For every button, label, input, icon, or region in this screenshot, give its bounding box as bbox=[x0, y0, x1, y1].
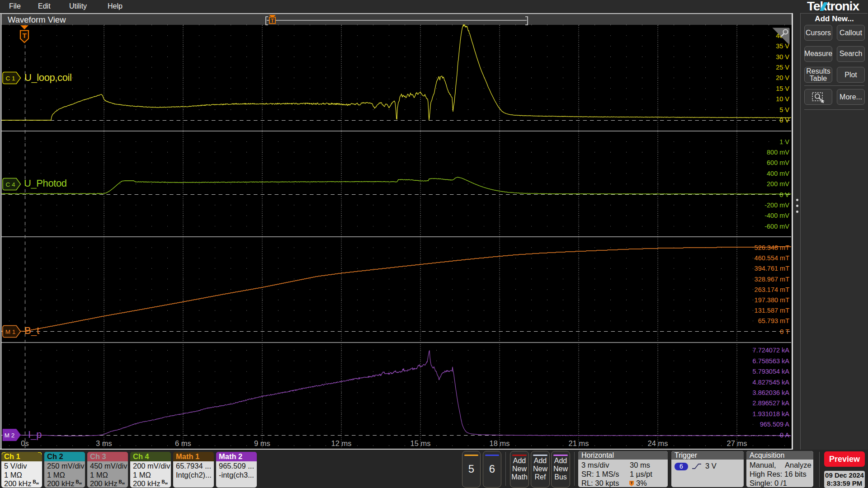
svg-text:T: T bbox=[271, 18, 274, 24]
svg-text:10 V: 10 V bbox=[776, 95, 789, 103]
svg-text:U_loop,coil: U_loop,coil bbox=[24, 72, 71, 83]
svg-text:0 T: 0 T bbox=[780, 328, 789, 335]
svg-text:T: T bbox=[22, 32, 26, 39]
svg-text:965.509 A: 965.509 A bbox=[760, 421, 790, 428]
svg-text:20 V: 20 V bbox=[776, 74, 789, 81]
svg-text:C 1: C 1 bbox=[5, 75, 15, 82]
svg-text:18 ms: 18 ms bbox=[490, 439, 510, 447]
svg-text:3 ms: 3 ms bbox=[96, 439, 112, 447]
svg-text:3.862036 kA: 3.862036 kA bbox=[753, 389, 790, 396]
svg-text:2.896527 kA: 2.896527 kA bbox=[753, 399, 790, 407]
svg-text:65.793 mT: 65.793 mT bbox=[758, 317, 789, 324]
svg-text:200 mV: 200 mV bbox=[767, 180, 789, 188]
svg-text:1.931018 kA: 1.931018 kA bbox=[753, 410, 790, 418]
svg-text:460.554 mT: 460.554 mT bbox=[755, 254, 790, 262]
svg-text:-400 mV: -400 mV bbox=[764, 212, 789, 219]
svg-text:27 ms: 27 ms bbox=[727, 439, 747, 447]
svg-text:21 ms: 21 ms bbox=[569, 439, 589, 447]
svg-text:C 4: C 4 bbox=[5, 181, 15, 188]
svg-text:9 ms: 9 ms bbox=[254, 439, 270, 447]
svg-text:M 1: M 1 bbox=[5, 328, 16, 335]
svg-text:U_Photod: U_Photod bbox=[24, 178, 67, 189]
svg-text:15 V: 15 V bbox=[776, 85, 789, 92]
svg-text:263.174 mT: 263.174 mT bbox=[755, 286, 790, 293]
svg-text:400 mV: 400 mV bbox=[767, 170, 789, 177]
svg-text:-600 mV: -600 mV bbox=[764, 223, 789, 230]
svg-text:197.380 mT: 197.380 mT bbox=[755, 296, 790, 304]
svg-text:M 2: M 2 bbox=[5, 432, 15, 439]
svg-text:328.967 mT: 328.967 mT bbox=[755, 276, 790, 283]
svg-text:1 V: 1 V bbox=[779, 138, 789, 145]
svg-text:B_t: B_t bbox=[24, 325, 39, 336]
svg-text:5 V: 5 V bbox=[779, 106, 789, 113]
svg-text:35 V: 35 V bbox=[776, 42, 789, 50]
svg-text:7.724072 kA: 7.724072 kA bbox=[753, 347, 790, 354]
svg-text:6 ms: 6 ms bbox=[175, 439, 191, 447]
svg-text:30 V: 30 V bbox=[776, 53, 789, 61]
svg-text:15 ms: 15 ms bbox=[410, 439, 431, 447]
svg-text:-200 mV: -200 mV bbox=[764, 202, 789, 209]
svg-text:12 ms: 12 ms bbox=[331, 439, 352, 447]
svg-text:0s: 0s bbox=[21, 439, 28, 447]
svg-text:T: T bbox=[630, 481, 633, 485]
svg-text:526.348 mT: 526.348 mT bbox=[755, 244, 790, 251]
svg-text:394.761 mT: 394.761 mT bbox=[755, 265, 790, 272]
svg-text:25 V: 25 V bbox=[776, 64, 789, 71]
svg-text:24 ms: 24 ms bbox=[648, 439, 668, 447]
svg-text:6.758563 kA: 6.758563 kA bbox=[753, 357, 790, 365]
svg-text:Waveform View: Waveform View bbox=[8, 15, 66, 24]
svg-text:600 mV: 600 mV bbox=[767, 159, 789, 166]
svg-text:I_p: I_p bbox=[28, 429, 42, 440]
svg-text:4.827545 kA: 4.827545 kA bbox=[753, 379, 790, 386]
svg-text:800 mV: 800 mV bbox=[767, 149, 789, 156]
svg-text:0 V: 0 V bbox=[779, 191, 789, 198]
svg-text:0 A: 0 A bbox=[780, 432, 789, 439]
svg-text:131.587 mT: 131.587 mT bbox=[755, 307, 790, 314]
svg-text:5.793054 kA: 5.793054 kA bbox=[753, 368, 790, 375]
